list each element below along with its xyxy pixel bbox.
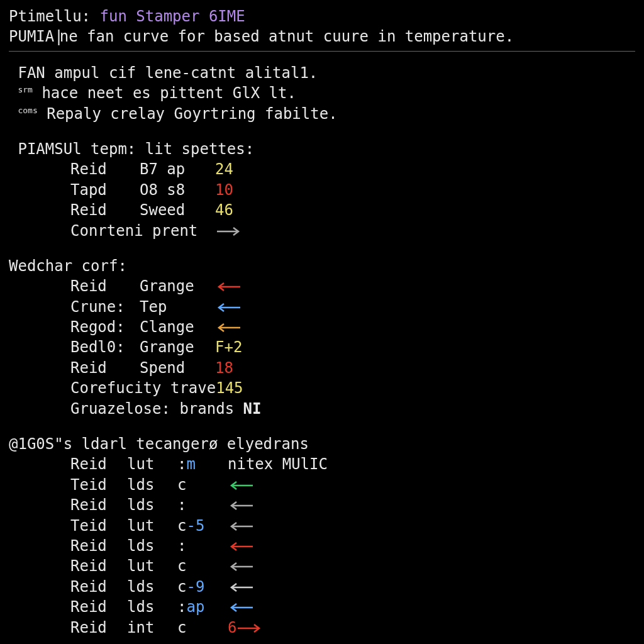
section3-row: Teidlutc-5 <box>9 516 635 536</box>
col3: c-5 <box>177 516 228 536</box>
col1: Reid <box>70 358 140 378</box>
section2-row: Crune:Tep <box>9 297 635 317</box>
section2-extra1: Corefucity trave145 <box>9 378 635 398</box>
col2: B7 ap <box>140 159 215 179</box>
section3-row: Reidlutc <box>9 556 635 576</box>
intro-line-1: FAN ampul cif lene-catnt alital1. <box>9 63 635 83</box>
arrow-left-icon <box>215 318 242 336</box>
arrow-left-icon <box>228 517 254 535</box>
value: 18 <box>215 359 233 377</box>
section1-row: TapdO8 s810 <box>9 180 635 200</box>
col2: lut <box>127 556 177 576</box>
arrow-left-icon <box>228 476 254 494</box>
col1: Crune: <box>70 297 140 317</box>
col1: Reid <box>70 159 140 179</box>
col4 <box>228 556 254 576</box>
col1: Teid <box>70 516 127 536</box>
col1: Reid <box>70 556 127 576</box>
arrow-left-icon <box>215 298 242 316</box>
col1: Reid <box>70 495 127 515</box>
header-line-1: Ptimellu: fun Stamper 6IME <box>9 6 635 26</box>
col3: : <box>177 495 228 515</box>
col2: Tep <box>140 297 215 317</box>
col2: Grange <box>140 337 215 357</box>
value: 46 <box>215 201 233 219</box>
section2-row: ReidGrange <box>9 276 635 296</box>
arrow-left-icon <box>228 598 254 616</box>
section3-row: Reidlds: <box>9 536 635 556</box>
col1: Reid <box>70 618 127 638</box>
col2: Grange <box>140 276 215 296</box>
col1: Teid <box>70 475 127 495</box>
value: F+2 <box>215 338 242 356</box>
col2: int <box>127 618 177 638</box>
col2: lds <box>127 577 177 597</box>
col3: :ap <box>177 597 228 617</box>
section3-row: Reidlds:ap <box>9 597 635 617</box>
col2: lds <box>127 475 177 495</box>
section1-row: ReidB7 ap24 <box>9 159 635 179</box>
col1: Tapd <box>70 180 140 200</box>
col1: Regod: <box>70 317 140 337</box>
header-line-2: PUMIA|ne fan curve for based atnut cuure… <box>9 26 635 47</box>
col4 <box>228 516 254 536</box>
terminal-window: Ptimellu: fun Stamper 6IME PUMIA|ne fan … <box>0 0 644 638</box>
section3-row: Reidlds: <box>9 495 635 515</box>
value: 10 <box>215 181 233 199</box>
col4 <box>228 536 254 556</box>
divider <box>9 51 635 52</box>
col1: Reid <box>70 276 140 296</box>
section2-row: Bedl0:GrangeF+2 <box>9 337 635 357</box>
col3: c <box>177 475 228 495</box>
prompt2-label: PUMIA <box>9 28 54 45</box>
section3-row: Reidintc6 <box>9 618 635 638</box>
col2: Clange <box>140 317 215 337</box>
arrow-right-icon <box>216 222 242 240</box>
intro-line-2: srm hace neet es pittent GlX lt. <box>9 83 635 103</box>
section1-footer-label: Conrteni prent <box>70 222 197 240</box>
section2-title: Wedchar corf: <box>9 256 635 276</box>
col4 <box>228 475 254 495</box>
intro-line-3: coms Repaly crelay Goyrtring fabilte. <box>9 104 635 124</box>
arrow-left-icon <box>228 496 254 514</box>
col1: Bedl0: <box>70 337 140 357</box>
section1-footer-row: Conrteni prent <box>9 221 635 241</box>
col1: Reid <box>70 200 140 220</box>
arrow-left-icon <box>215 277 242 295</box>
section2-row: Regod:Clange <box>9 317 635 337</box>
col2: lds <box>127 536 177 556</box>
col2: Sweed <box>140 200 215 220</box>
col2: lds <box>127 495 177 515</box>
section1-title: PIAMSUl tepm: lit spettes: <box>9 139 635 159</box>
arrow-left-icon <box>228 557 254 575</box>
section3-row: Reidldsc-9 <box>9 577 635 597</box>
value: 24 <box>215 160 233 178</box>
prompt1-cmd: fun Stamper 6IME <box>100 8 245 25</box>
prompt2-rest: ne fan curve for based atnut cuure in te… <box>60 28 514 45</box>
section2-row: ReidSpend18 <box>9 358 635 378</box>
section3-title: @1G0S"s ldarl tecangerø elyedrans <box>9 434 635 454</box>
value: 6 <box>228 619 236 636</box>
col2: Spend <box>140 358 215 378</box>
section1-row: ReidSweed46 <box>9 200 635 220</box>
col4 <box>228 495 254 515</box>
section3-header-row: Reidlut:mnitex MUlIC <box>9 454 635 474</box>
col2: lds <box>127 597 177 617</box>
col3: c-9 <box>177 577 228 597</box>
col1: Reid <box>70 597 127 617</box>
col1: Reid <box>70 577 127 597</box>
col4: 6 <box>228 618 263 638</box>
arrow-left-icon <box>228 578 254 596</box>
col1: Reid <box>70 536 127 556</box>
arrow-right-icon <box>236 619 263 636</box>
col3: : <box>177 536 228 556</box>
col3: c <box>177 618 228 638</box>
col2: O8 s8 <box>140 180 215 200</box>
prompt1-label: Ptimellu: <box>9 8 91 25</box>
section2-extra2: Gruazelose: brands NI <box>9 399 635 419</box>
col4 <box>228 597 254 617</box>
arrow-left-icon <box>228 537 254 555</box>
section3-row: Teidldsc <box>9 475 635 495</box>
col2: lut <box>127 516 177 536</box>
col3: c <box>177 556 228 576</box>
